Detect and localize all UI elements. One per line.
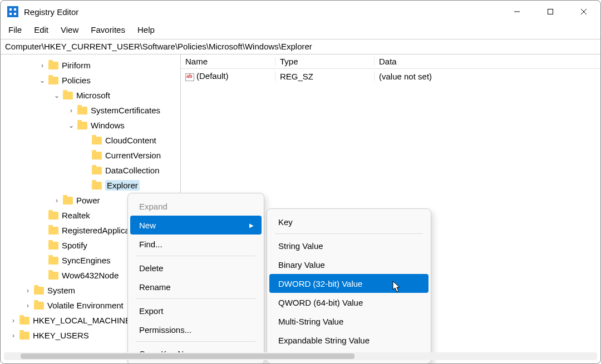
menu-item[interactable]: Find... xyxy=(128,235,264,253)
folder-icon xyxy=(92,137,102,144)
menu-item[interactable]: Permissions... xyxy=(128,320,264,339)
window-title: Registry Editor xyxy=(24,7,78,17)
folder-icon xyxy=(48,212,58,220)
menu-item-label: Delete xyxy=(139,263,163,273)
horizontal-scrollbar[interactable] xyxy=(4,352,597,360)
tree-item-label: CurrentVersion xyxy=(105,151,161,160)
tree-item[interactable]: CloudContent xyxy=(1,133,180,148)
expander-none xyxy=(38,242,46,250)
expander-none xyxy=(82,167,90,174)
menu-item-label: String Value xyxy=(278,241,323,251)
chevron-right-icon[interactable]: › xyxy=(9,332,17,340)
menu-item-label: Find... xyxy=(139,240,162,249)
list-row[interactable]: (Default) REG_SZ (value not set) xyxy=(181,69,600,83)
title-bar: Registry Editor xyxy=(1,1,600,23)
tree-item[interactable]: Explorer xyxy=(1,178,180,193)
tree-item-label: Windows xyxy=(91,121,125,130)
menu-item-label: Expandable String Value xyxy=(278,336,370,345)
close-button[interactable] xyxy=(567,1,600,23)
tree-item[interactable]: DataCollection xyxy=(1,163,180,178)
window-controls xyxy=(500,1,600,23)
tree-item[interactable]: ›Piriform xyxy=(1,58,180,73)
expander-none xyxy=(82,137,90,144)
folder-icon xyxy=(92,152,102,159)
menu-separator xyxy=(136,341,256,342)
tree-item-label: SystemCertificates xyxy=(91,106,160,115)
menu-item[interactable]: QWORD (64-bit) Value xyxy=(267,293,431,312)
chevron-down-icon[interactable]: ⌄ xyxy=(38,77,46,84)
menu-item-label: Multi-String Value xyxy=(278,317,343,326)
menu-item[interactable]: New▶ xyxy=(130,216,262,235)
menu-item[interactable]: String Value xyxy=(267,236,431,255)
menu-separator xyxy=(275,233,423,234)
menu-item[interactable]: Key xyxy=(267,212,431,231)
menu-help[interactable]: Help xyxy=(137,25,155,34)
tree-item[interactable]: ›SystemCertificates xyxy=(1,103,180,118)
menu-item-label: DWORD (32-bit) Value xyxy=(278,279,362,288)
value-name: (Default) xyxy=(181,71,275,81)
context-submenu-new[interactable]: KeyString ValueBinary ValueDWORD (32-bit… xyxy=(267,208,431,364)
expander-none xyxy=(38,227,46,235)
menu-item[interactable]: Rename xyxy=(128,277,264,296)
menu-item[interactable]: Multi-String Value xyxy=(267,312,431,331)
folder-icon xyxy=(48,272,58,280)
chevron-down-icon[interactable]: ⌄ xyxy=(67,122,75,129)
menu-edit[interactable]: Edit xyxy=(34,25,48,34)
menu-bar: File Edit View Favorites Help xyxy=(1,23,600,39)
tree-item[interactable]: CurrentVersion xyxy=(1,148,180,163)
menu-view[interactable]: View xyxy=(61,25,78,34)
menu-item[interactable]: Delete xyxy=(128,258,264,277)
folder-icon xyxy=(34,302,44,310)
col-data-header[interactable]: Data xyxy=(375,57,600,66)
chevron-right-icon[interactable]: › xyxy=(67,107,75,114)
expander-none xyxy=(82,182,90,190)
maximize-button[interactable] xyxy=(534,1,567,23)
address-bar[interactable]: Computer\HKEY_CURRENT_USER\Software\Poli… xyxy=(1,39,600,54)
tree-item-label: CloudContent xyxy=(105,136,156,145)
chevron-right-icon[interactable]: › xyxy=(9,317,17,325)
tree-item-label: Wow6432Node xyxy=(62,271,119,280)
value-type: REG_SZ xyxy=(275,72,375,81)
folder-icon xyxy=(48,77,58,84)
context-menu[interactable]: ExpandNew▶Find...DeleteRenameExportPermi… xyxy=(127,193,264,364)
folder-icon xyxy=(63,92,73,99)
scrollbar-thumb[interactable] xyxy=(21,353,354,359)
menu-item[interactable]: Expandable String Value xyxy=(267,331,431,350)
tree-item-label: Piriform xyxy=(62,61,91,70)
expander-none xyxy=(38,257,46,265)
menu-file[interactable]: File xyxy=(8,25,22,34)
col-type-header[interactable]: Type xyxy=(275,57,375,66)
tree-item-label: Realtek xyxy=(62,211,90,220)
menu-item-label: Key xyxy=(278,217,293,227)
chevron-down-icon[interactable]: ⌄ xyxy=(53,92,61,99)
tree-item-label: Power xyxy=(76,196,100,205)
folder-icon xyxy=(48,257,58,265)
menu-item-label: Expand xyxy=(139,202,168,211)
menu-item-label: Export xyxy=(139,306,163,316)
tree-item[interactable]: ⌄Policies xyxy=(1,73,180,88)
list-header: Name Type Data xyxy=(181,54,600,69)
tree-item-label: Volatile Environment xyxy=(47,301,124,310)
minimize-button[interactable] xyxy=(500,1,534,23)
folder-icon xyxy=(48,62,58,69)
menu-favorites[interactable]: Favorites xyxy=(91,25,125,34)
tree-item[interactable]: ⌄Windows xyxy=(1,118,180,133)
menu-item[interactable]: DWORD (32-bit) Value xyxy=(269,274,428,293)
tree-item-label: Explorer xyxy=(105,180,140,191)
menu-item[interactable]: Export xyxy=(128,301,264,320)
chevron-right-icon[interactable]: › xyxy=(24,302,32,310)
tree-item-label: SyncEngines xyxy=(62,256,111,265)
string-value-icon xyxy=(185,73,194,81)
folder-icon xyxy=(48,227,58,235)
chevron-right-icon[interactable]: › xyxy=(38,62,46,69)
chevron-right-icon[interactable]: › xyxy=(53,197,61,205)
chevron-right-icon[interactable]: › xyxy=(24,287,32,295)
tree-item-label: HKEY_USERS xyxy=(33,331,89,340)
col-name-header[interactable]: Name xyxy=(181,57,275,66)
tree-item-label: Policies xyxy=(62,76,91,85)
tree-item-label: DataCollection xyxy=(105,166,160,175)
menu-item[interactable]: Binary Value xyxy=(267,255,431,274)
menu-separator xyxy=(136,256,256,256)
tree-item[interactable]: ⌄Microsoft xyxy=(1,88,180,103)
expander-none xyxy=(38,212,46,220)
